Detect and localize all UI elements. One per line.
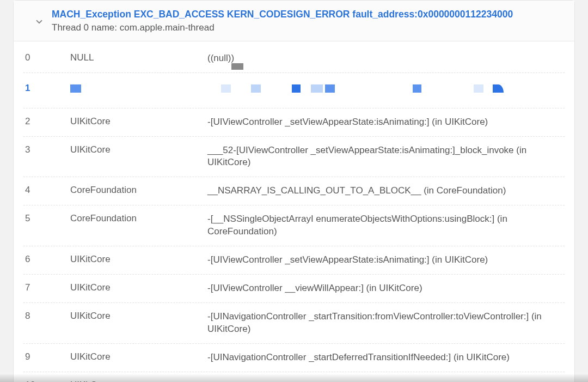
frame-index: 5 (23, 213, 70, 224)
frame-symbol: -[UIViewController _setViewAppearState:i… (207, 116, 565, 129)
frame-index: 3 (23, 144, 70, 155)
frame-symbol-redacted (207, 83, 565, 95)
frame-library-redacted (70, 83, 207, 95)
frame-index: 2 (23, 116, 70, 127)
frame-index: 7 (23, 282, 70, 293)
frame-symbol: -[__NSSingleObjectArrayI enumerateObject… (207, 213, 565, 238)
frame-symbol: -[UINavigationController _startDeferredT… (207, 351, 565, 364)
frame-symbol: -[UIViewController __viewWillAppear:] (i… (207, 282, 565, 295)
redaction-marker (231, 63, 243, 70)
stack-frame-row[interactable]: 7 UIKitCore -[UIViewController __viewWil… (23, 275, 565, 303)
frame-library: UIKitCore (70, 144, 207, 155)
frame-library: CoreFoundation (70, 185, 207, 196)
frame-index: 4 (23, 185, 70, 196)
stack-frame-row[interactable]: 2 UIKitCore -[UIViewController _setViewA… (23, 108, 565, 137)
frame-library: UIKitCore (70, 116, 207, 127)
frame-index: 0 (23, 52, 70, 63)
stack-frame-row[interactable]: 8 UIKitCore -[UINavigationController _st… (23, 303, 565, 344)
frame-index: 6 (23, 254, 70, 265)
frame-symbol: -[UINavigationController _startTransitio… (207, 311, 565, 336)
frame-symbol: ((null)) (207, 52, 565, 65)
frame-symbol: ___52-[UIViewController _setViewAppearSt… (207, 144, 565, 169)
stack-frame-row[interactable]: 1 (23, 72, 565, 108)
stack-frame-row[interactable]: 3 UIKitCore ___52-[UIViewController _set… (23, 137, 565, 178)
exception-title: MACH_Exception EXC_BAD_ACCESS KERN_CODES… (52, 8, 565, 21)
stack-frame-row[interactable]: 9 UIKitCore -[UINavigationController _st… (23, 344, 565, 372)
frame-index: 10 (23, 380, 70, 382)
frame-library: UIKitCore (70, 282, 207, 293)
frame-library: UIKitCore (70, 254, 207, 265)
stack-frame-row[interactable]: 10 UIKitCore -[UINavigationController __… (23, 372, 565, 382)
frame-index: 1 (23, 83, 70, 94)
frame-symbol: -[UIViewController _setViewAppearState:i… (207, 254, 565, 266)
stack-frame-row[interactable]: 6 UIKitCore -[UIViewController _setViewA… (23, 246, 565, 275)
exception-header[interactable]: MACH_Exception EXC_BAD_ACCESS KERN_CODES… (14, 1, 574, 41)
stack-frames: 0 NULL ((null)) 1 (14, 41, 574, 382)
frame-library: UIKitCore (70, 380, 207, 382)
frame-library: CoreFoundation (70, 213, 207, 224)
stack-frame-row[interactable]: 5 CoreFoundation -[__NSSingleObjectArray… (23, 205, 565, 246)
frame-library: UIKitCore (70, 311, 207, 322)
chevron-down-icon[interactable] (34, 17, 44, 27)
stack-frame-row[interactable]: 4 CoreFoundation __NSARRAY_IS_CALLING_OU… (23, 177, 565, 205)
stack-frame-row[interactable]: 0 NULL ((null)) (23, 45, 565, 73)
frame-symbol: __NSARRAY_IS_CALLING_OUT_TO_A_BLOCK__ (i… (207, 185, 565, 197)
frame-symbol: -[UINavigationController __viewWillLayou… (207, 380, 565, 382)
frame-index: 9 (23, 351, 70, 362)
frame-library: UIKitCore (70, 351, 207, 362)
frame-index: 8 (23, 311, 70, 322)
thread-subtitle: Thread 0 name: com.apple.main-thread (52, 22, 565, 33)
crash-panel: MACH_Exception EXC_BAD_ACCESS KERN_CODES… (13, 0, 575, 382)
frame-library: NULL (70, 52, 207, 63)
